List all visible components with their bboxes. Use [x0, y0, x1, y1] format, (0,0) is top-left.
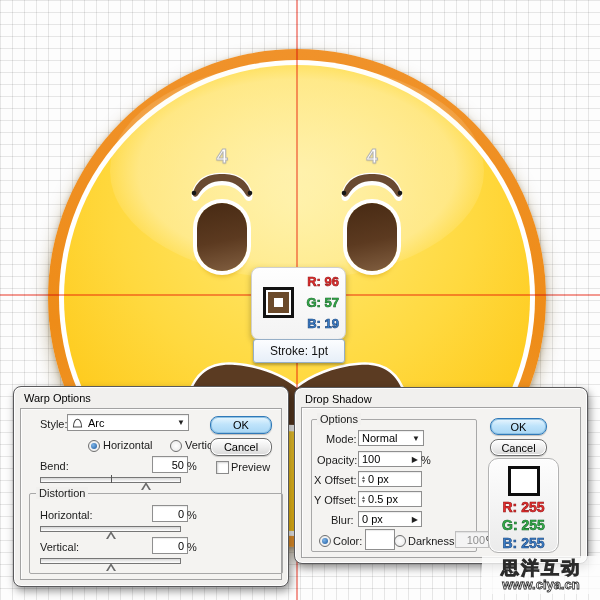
style-label: Style: — [40, 418, 68, 430]
color-radio[interactable] — [319, 535, 331, 547]
watermark-brand-text: 思洋互动 — [501, 559, 581, 578]
darkness-radio[interactable] — [394, 535, 406, 547]
left-eyebrow — [189, 171, 255, 201]
shadow-options-group-title: Options — [317, 413, 361, 425]
opacity-value: 100 — [362, 453, 380, 465]
bend-percent-label: % — [187, 460, 197, 472]
x-offset-input[interactable]: ▴▾ 0 px — [358, 471, 422, 487]
drop-shadow-dialog: Drop Shadow Options Mode: Normal ▼ Opaci… — [294, 387, 588, 564]
arc-style-icon — [71, 417, 84, 429]
blur-label: Blur: — [331, 514, 354, 526]
distortion-group-title: Distortion — [36, 487, 88, 499]
warp-cancel-button[interactable]: Cancel — [210, 438, 272, 456]
stroke-weight-tooltip: Stroke: 1pt — [253, 339, 345, 363]
mode-value: Normal — [362, 432, 397, 444]
warp-dialog-title: Warp Options — [24, 392, 91, 404]
rgb-r-255: R: 255 — [489, 499, 558, 515]
anchor-point-icon — [248, 191, 253, 196]
popup-slider-arrow-icon[interactable]: ▶ — [412, 515, 418, 524]
right-eyebrow — [339, 171, 405, 201]
anchor-point-icon — [398, 191, 403, 196]
dropdown-caret-icon: ▼ — [412, 434, 420, 443]
slider-thumb[interactable] — [106, 563, 116, 571]
warp-options-dialog: Warp Options Style: Arc ▼ Horizontal Ver… — [13, 386, 289, 587]
popup-slider-arrow-icon[interactable]: ▶ — [412, 455, 418, 464]
watermark-url-text: www.ciya.cn — [502, 578, 580, 592]
opacity-input[interactable]: 100 ▶ — [358, 451, 422, 467]
fill-none-icon — [274, 298, 283, 307]
opacity-percent: % — [421, 454, 431, 466]
rgb-b-255: B: 255 — [489, 535, 558, 551]
shadow-color-swatch[interactable] — [365, 529, 395, 550]
stepper-icon[interactable]: ▴▾ — [362, 475, 365, 483]
shadow-cancel-button[interactable]: Cancel — [490, 439, 547, 456]
shadow-dialog-title: Drop Shadow — [305, 393, 372, 405]
right-eye — [347, 203, 397, 271]
distortion-horizontal-slider[interactable] — [40, 524, 181, 538]
style-value: Arc — [88, 417, 105, 429]
distortion-horizontal-percent: % — [187, 509, 197, 521]
rgb-g-value: G: 57 — [298, 295, 339, 310]
distortion-vertical-percent: % — [187, 541, 197, 553]
artboard: 4 4 R: 96 G: 57 B: 19 Stroke: 1pt Warp O… — [0, 0, 600, 600]
right-brow-measurement-label: 4 — [352, 145, 392, 168]
warp-ok-button[interactable]: OK — [210, 416, 272, 434]
darkness-radio-label: Darkness: — [408, 535, 458, 547]
anchor-point-icon — [192, 191, 197, 196]
bend-input[interactable]: 50 — [152, 456, 188, 473]
mode-label: Mode: — [326, 433, 357, 445]
blur-value: 0 px — [362, 513, 383, 525]
dropdown-caret-icon: ▼ — [177, 418, 185, 427]
rgb-b-value: B: 19 — [298, 316, 339, 331]
distortion-horizontal-label: Horizontal: — [40, 509, 93, 521]
y-offset-input[interactable]: ▴▾ 0.5 px — [358, 491, 422, 507]
opacity-label: Opacity: — [317, 454, 357, 466]
bend-slider-thumb[interactable] — [141, 482, 151, 490]
x-offset-value: 0 px — [368, 473, 389, 485]
vertical-radio[interactable] — [170, 440, 182, 452]
x-offset-label: X Offset: — [314, 474, 357, 486]
color-radio-label: Color: — [333, 535, 362, 547]
shadow-ok-button[interactable]: OK — [490, 418, 547, 435]
stepper-icon[interactable]: ▴▾ — [362, 495, 365, 503]
y-offset-label: Y Offset: — [314, 494, 356, 506]
rgb-r-value: R: 96 — [298, 274, 339, 289]
left-brow-measurement-label: 4 — [202, 145, 242, 168]
darkness-input: 100 — [455, 531, 489, 548]
color-info-tooltip: R: 96 G: 57 B: 19 — [251, 267, 346, 340]
stroke-color-swatch-icon — [263, 287, 294, 318]
horizontal-radio-label: Horizontal — [103, 439, 153, 451]
bend-label: Bend: — [40, 460, 69, 472]
anchor-point-icon — [342, 191, 347, 196]
y-offset-value: 0.5 px — [368, 493, 398, 505]
left-eye — [197, 203, 247, 271]
shadow-color-info-panel: R: 255 G: 255 B: 255 — [488, 458, 559, 553]
preview-checkbox-label: Preview — [231, 461, 270, 473]
slider-thumb[interactable] — [106, 531, 116, 539]
style-dropdown[interactable]: Arc ▼ — [67, 414, 189, 431]
blur-input[interactable]: 0 px ▶ — [358, 511, 422, 527]
horizontal-radio[interactable] — [88, 440, 100, 452]
distortion-vertical-slider[interactable] — [40, 556, 181, 570]
distortion-horizontal-input[interactable]: 0 — [152, 505, 188, 522]
watermark: 思洋互动 www.ciya.cn — [482, 556, 600, 594]
slider-center-tick — [111, 475, 112, 483]
distortion-vertical-input[interactable]: 0 — [152, 537, 188, 554]
distortion-vertical-label: Vertical: — [40, 541, 79, 553]
rgb-g-255: G: 255 — [489, 517, 558, 533]
mode-dropdown[interactable]: Normal ▼ — [358, 430, 424, 446]
white-color-swatch — [508, 466, 540, 496]
preview-checkbox[interactable] — [216, 461, 229, 474]
